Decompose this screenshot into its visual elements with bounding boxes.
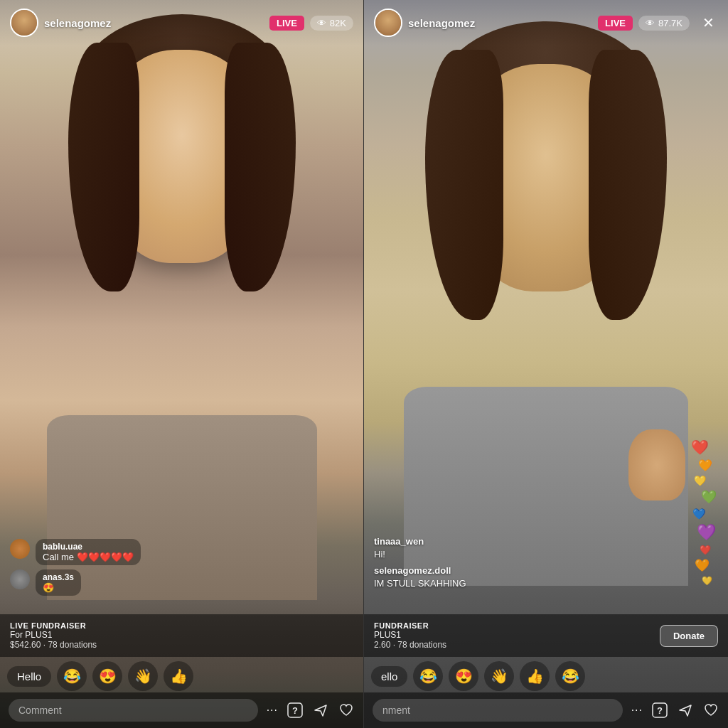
left-comment-2-text: 😍	[43, 582, 74, 593]
left-reaction-thumbs-up[interactable]: 👍	[164, 661, 193, 691]
right-fundraiser-org: PLUS1	[374, 630, 660, 640]
left-viewer-number: 82K	[330, 18, 346, 28]
left-send-icon[interactable]	[312, 702, 329, 719]
left-reaction-laugh[interactable]: 😂	[57, 661, 87, 691]
right-more-icon[interactable]: ···	[631, 704, 643, 717]
right-comment-2-text: IM STULL SKAHHING	[374, 578, 466, 589]
right-viewer-number: 87.7K	[658, 18, 682, 28]
left-comment-2: anas.3s 😍	[10, 569, 353, 596]
right-question-icon[interactable]: ?	[651, 702, 668, 719]
left-fundraiser-title: LIVE FUNDRAISER	[10, 621, 353, 630]
left-viewer-count: 👁 82K	[310, 16, 353, 31]
left-comment-1-body: bablu.uae Call me ❤️❤️❤️❤️❤️	[36, 539, 141, 565]
left-stream-panel: selenagomez LIVE 👁 82K bablu.uae Call me…	[0, 0, 364, 728]
right-comment-1-text: Hi!	[374, 549, 385, 560]
right-comment-input[interactable]	[373, 699, 623, 722]
right-reaction-heart-eyes[interactable]: 😍	[449, 661, 478, 691]
right-username: selenagomez	[408, 17, 598, 29]
left-question-icon[interactable]: ?	[287, 702, 304, 719]
right-fundraiser-bar: FUNDRAISER PLUS1 2.60 · 78 donations Don…	[364, 614, 728, 657]
right-avatar[interactable]	[374, 9, 402, 37]
left-avatar[interactable]	[10, 9, 38, 37]
right-reaction-laugh[interactable]: 😂	[413, 661, 443, 691]
left-more-icon[interactable]: ···	[267, 704, 278, 717]
left-comment-1: bablu.uae Call me ❤️❤️❤️❤️❤️	[10, 539, 353, 565]
right-comment-2: selenagomez.doll IM STULL SKAHHING	[374, 564, 718, 589]
left-comment-2-body: anas.3s 😍	[36, 569, 81, 596]
left-comment-2-username: anas.3s	[43, 572, 74, 582]
right-comment-1-username: tinaaa_wen	[374, 536, 424, 547]
left-fundraiser-info: LIVE FUNDRAISER For PLUS1 $542.60 · 78 d…	[10, 621, 353, 650]
left-heart-icon[interactable]	[338, 702, 355, 719]
heart-2: 🧡	[698, 459, 717, 472]
right-fundraiser-title: FUNDRAISER	[374, 621, 660, 630]
left-comment-input[interactable]	[9, 699, 258, 722]
right-donate-button[interactable]: Donate	[660, 625, 718, 647]
right-reaction-thumbs-up[interactable]: 👍	[520, 661, 550, 691]
left-header: selenagomez LIVE 👁 82K	[0, 0, 363, 46]
left-fundraiser-amount: $542.60 · 78 donations	[10, 640, 353, 650]
right-live-badge: LIVE	[598, 16, 633, 31]
heart-5: 💙	[692, 508, 717, 520]
left-reaction-hello[interactable]: Hello	[7, 666, 51, 687]
right-viewer-count: 👁 87.7K	[638, 16, 690, 31]
left-bottom-bar: ··· ?	[0, 692, 363, 728]
heart-3: 💛	[694, 475, 717, 486]
right-hand	[628, 429, 685, 500]
right-comments-overlay: tinaaa_wen Hi! selenagomez.doll IM STULL…	[364, 535, 728, 593]
left-username: selenagomez	[44, 17, 269, 29]
left-comment-1-text: Call me ❤️❤️❤️❤️❤️	[43, 552, 134, 562]
right-heart-icon[interactable]	[702, 702, 719, 719]
heart-4: 💚	[701, 489, 717, 505]
left-eye-icon: 👁	[317, 18, 326, 28]
left-live-badge: LIVE	[269, 16, 304, 31]
right-reaction-wave[interactable]: 👋	[484, 661, 514, 691]
heart-1: ❤️	[691, 439, 717, 456]
left-reaction-wave[interactable]: 👋	[128, 661, 158, 691]
left-reaction-heart-eyes[interactable]: 😍	[92, 661, 122, 691]
right-fundraiser-info: FUNDRAISER PLUS1 2.60 · 78 donations	[374, 621, 660, 650]
svg-text:?: ?	[657, 705, 663, 716]
right-stream-panel: ❤️ 🧡 💛 💚 💙 💜 ❤️ 🧡 💛 selenagomez LIVE 👁 8…	[364, 0, 728, 728]
right-reaction-hello[interactable]: ello	[371, 666, 407, 687]
right-close-button[interactable]: ✕	[698, 13, 718, 33]
right-reactions-bar: ello 😂 😍 👋 👍 😂	[364, 661, 728, 691]
right-bottom-bar: ··· ?	[364, 692, 728, 728]
left-reactions-bar: Hello 😂 😍 👋 👍	[0, 661, 363, 691]
left-comments-overlay: bablu.uae Call me ❤️❤️❤️❤️❤️ anas.3s 😍	[0, 539, 363, 600]
right-comment-2-username: selenagomez.doll	[374, 565, 451, 576]
right-reaction-laugh-2[interactable]: 😂	[555, 661, 585, 691]
right-comment-1: tinaaa_wen Hi!	[374, 535, 718, 560]
left-fundraiser-org: For PLUS1	[10, 630, 353, 640]
svg-text:?: ?	[292, 705, 298, 716]
right-fundraiser-amount: 2.60 · 78 donations	[374, 640, 660, 650]
left-comment-2-avatar	[10, 569, 30, 589]
right-eye-icon: 👁	[646, 18, 655, 28]
left-comment-1-avatar	[10, 539, 30, 559]
left-comment-1-username: bablu.uae	[43, 542, 134, 552]
left-fundraiser-bar: LIVE FUNDRAISER For PLUS1 $542.60 · 78 d…	[0, 614, 363, 657]
right-send-icon[interactable]	[677, 702, 694, 719]
right-header: selenagomez LIVE 👁 87.7K ✕	[364, 0, 728, 46]
